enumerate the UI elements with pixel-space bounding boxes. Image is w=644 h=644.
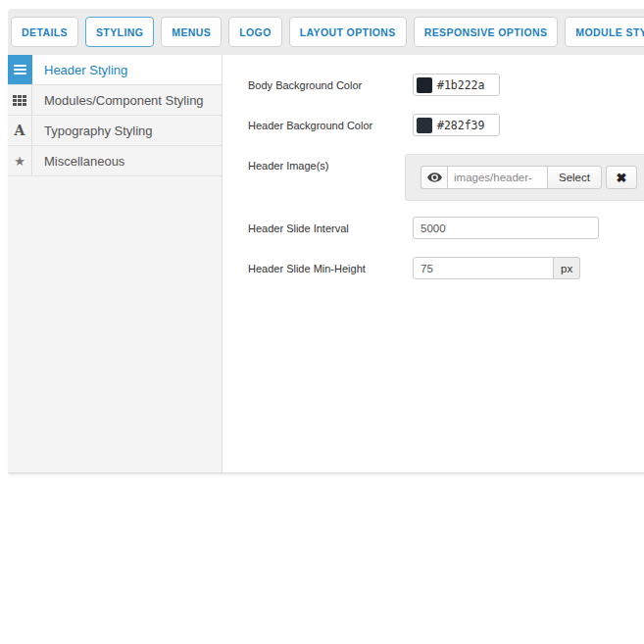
form-row-header-slide-min-height: Header Slide Min-Height px [248, 257, 644, 279]
form-row-header-slide-interval: Header Slide Interval [248, 217, 644, 239]
field-label: Header Slide Interval [248, 217, 413, 239]
form-row-header-images: Header Image(s) Select [248, 154, 644, 201]
sidebar-item-label: Header Styling [32, 55, 127, 84]
sidebar-item-label: Typography Styling [32, 116, 153, 145]
grid-icon [8, 85, 32, 115]
sidebar-item-label: Modules/Component Styling [32, 85, 204, 115]
body-background-color-input[interactable]: #1b222a [413, 74, 500, 96]
sidebar-item-modules-component-styling[interactable]: Modules/Component Styling [8, 85, 222, 116]
field-label: Header Slide Min-Height [248, 257, 413, 279]
close-icon: ✖ [617, 171, 627, 185]
color-swatch [417, 77, 432, 93]
header-image-path-input[interactable] [447, 166, 548, 189]
sidebar-item-miscellaneous[interactable]: ★ Miscellaneous [8, 146, 222, 176]
typography-icon: A [8, 116, 32, 145]
media-input-group: Select ✖ [421, 166, 637, 189]
tab-layout-options[interactable]: LAYOUT OPTIONS [289, 17, 407, 47]
tab-responsive-options[interactable]: RESPONSIVE OPTIONS [414, 17, 559, 47]
color-hex-value: #282f39 [437, 119, 484, 132]
header-background-color-input[interactable]: #282f39 [413, 114, 500, 136]
tab-bar: DETAILS STYLING MENUS LOGO LAYOUT OPTION… [8, 9, 644, 55]
tab-logo[interactable]: LOGO [228, 17, 282, 47]
options-panel: DETAILS STYLING MENUS LOGO LAYOUT OPTION… [8, 9, 644, 473]
star-icon: ★ [8, 146, 32, 175]
tab-styling[interactable]: STYLING [85, 17, 154, 47]
sidebar-item-header-styling[interactable]: Header Styling [8, 55, 222, 85]
field-label: Header Image(s) [248, 154, 413, 201]
menu-icon [8, 55, 32, 84]
header-slide-interval-input[interactable] [413, 217, 599, 239]
tab-menus[interactable]: MENUS [161, 17, 222, 47]
sidebar-item-label: Miscellaneous [32, 146, 124, 175]
clear-image-button[interactable]: ✖ [606, 166, 637, 189]
color-hex-value: #1b222a [437, 78, 484, 92]
sidebar-item-typography-styling[interactable]: A Typography Styling [8, 116, 222, 146]
sidebar: Header Styling Modules/Component Styling… [8, 55, 223, 472]
header-styling-form: Body Background Color #1b222a Header Bac… [223, 55, 644, 472]
form-row-body-background-color: Body Background Color #1b222a [248, 74, 644, 96]
px-unit-addon: px [554, 257, 580, 279]
field-label: Body Background Color [248, 74, 413, 96]
field-label: Header Background Color [248, 114, 413, 136]
header-images-field: Select ✖ [405, 154, 644, 201]
form-row-header-background-color: Header Background Color #282f39 [248, 114, 644, 136]
tab-module-styles[interactable]: MODULE STYLES [565, 17, 644, 47]
color-swatch [417, 118, 432, 133]
template-options-page: DETAILS STYLING MENUS LOGO LAYOUT OPTION… [0, 0, 644, 644]
select-image-button[interactable]: Select [547, 166, 602, 189]
styling-panel-body: Header Styling Modules/Component Styling… [8, 55, 644, 473]
tab-details[interactable]: DETAILS [11, 17, 78, 47]
header-slide-min-height-input[interactable] [413, 257, 554, 279]
preview-eye-icon[interactable] [421, 166, 447, 189]
